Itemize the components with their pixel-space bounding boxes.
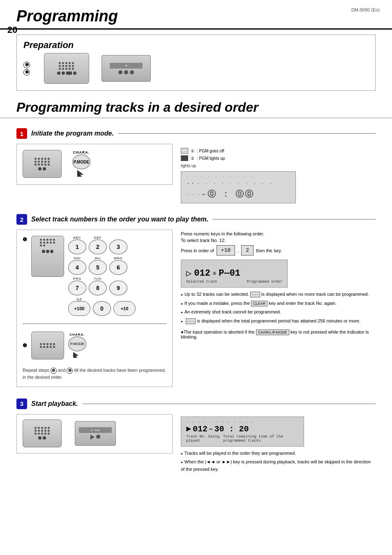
step2-content: ❶ (16, 230, 376, 387)
pgm-off-line: ① : PGM goes off (181, 148, 225, 154)
step1-content: CHARA. P.MODE ① : PGM g (16, 144, 376, 203)
key-6: 6 (109, 260, 127, 275)
remote-device-illus (44, 53, 89, 84)
pgm-status-area: ① : PGM goes off ② : PGM lights up (181, 146, 376, 161)
key-mno-label: MNO (114, 256, 123, 260)
step2-right: Press numeric keys in the following orde… (181, 230, 376, 339)
key-row-4: QZ +100 0 +10 (68, 297, 136, 316)
pgm-on-label: ② (191, 156, 194, 161)
key-qz-group: QZ +100 (68, 297, 90, 316)
key-3-spacer (118, 236, 119, 240)
step2-remote-extra-btns (42, 250, 53, 253)
step2-track-nums: ▷ 012 ≡ P—01 (186, 268, 282, 279)
key-tuv-label: TUV (94, 277, 102, 281)
step1-label: Initiate the program mode. (31, 130, 114, 137)
step3-bullet-1: Tracks will be played in the order they … (181, 450, 376, 457)
key-7: 7 (68, 281, 86, 295)
player-display-bar: ■ (110, 63, 143, 69)
key-3-group: 3 (109, 236, 127, 254)
step2-bullet-1: Up to 32 tracks can be selected. - - - i… (181, 291, 376, 298)
key-8: 8 (89, 281, 107, 295)
prep-title: Preparation (23, 40, 369, 51)
key-10-group: +10 (113, 297, 136, 316)
step2-remote (31, 236, 64, 277)
key-4: 4 (68, 260, 86, 275)
step1-left: CHARA. P.MODE (16, 144, 173, 185)
step1-header: 1 Initiate the program mode. (16, 128, 376, 140)
step3-illus-box: ► ●●● (16, 414, 173, 454)
page-number: 20 (7, 25, 17, 35)
then-the-text: then the (256, 248, 272, 253)
step1-divider (118, 133, 376, 134)
step3-remote (23, 419, 62, 447)
pmode-label: P.MODE (74, 160, 89, 164)
pmode-key-btn: P.MODE (72, 154, 90, 169)
step3-dash-sep: — (209, 426, 212, 432)
key-9: 9 (109, 281, 127, 295)
pgm-status-icons: ① : PGM goes off ② : PGM lights up (181, 148, 225, 161)
step2-bullet-3: An extremely shot track cannot be progra… (181, 309, 376, 316)
select-track-note: To select track No. 12: (181, 238, 376, 243)
step3-right: — — — — — — — — — — — — ► 012 — 30 : 20 … (181, 414, 376, 475)
step2-illus-box: ❶ (16, 230, 173, 387)
step1-remote-dots (35, 158, 50, 166)
key-prs-label: PRS (73, 277, 81, 281)
step2-circle2-section: ❷ CHARA. P.MODE (23, 332, 166, 359)
step3-track-012: 012 (193, 424, 208, 434)
step1-illus-box: CHARA. P.MODE (16, 144, 173, 185)
step3-bullet-2: When the |◄◄ or ►►| key is pressed durin… (181, 458, 376, 473)
key-0-spacer (101, 297, 102, 301)
step2-chara-label: CHARA. (69, 333, 85, 336)
step2-badge: 2 (16, 214, 27, 225)
key-jkl-label: JKL (95, 256, 101, 260)
step3-remote-dots (35, 427, 50, 435)
step2-bullet-2: If you made a mistake, press the CLEAR k… (181, 300, 376, 307)
step2-play-arrow: ▷ (186, 268, 191, 279)
key-10: +10 (113, 301, 136, 316)
step2-input-note: ●The input operation is aborted if the C… (181, 329, 376, 339)
step1-badge: 1 (16, 128, 27, 139)
key-abc-label: ABC (73, 236, 81, 240)
step2-remote-keypad: ABC 1 DEF 2 3 (31, 236, 136, 316)
step3-display-area: — — — — — — — — — — — — ► 012 — 30 : 20 … (181, 417, 304, 447)
track-playing-label: Track No. being played (186, 435, 223, 443)
key-ghi-label: GHI (74, 256, 81, 260)
step3-remote-btns (38, 436, 46, 440)
step2-mid-divider (23, 323, 166, 324)
total-remaining-label: Total remaining time of the programmed t… (223, 435, 299, 443)
key-0-group: 0 (93, 297, 111, 316)
step3-playback-nums: ► 012 — 30 : 20 (186, 424, 299, 434)
step3-time-display: 30 : 20 (214, 424, 249, 434)
step2-bullets: Up to 32 tracks can be selected. - - - i… (181, 291, 376, 325)
step3-bullets: Tracks will be played in the order they … (181, 450, 376, 473)
step3-divider (82, 403, 376, 404)
step2-remote-dots (40, 239, 55, 246)
pgm-on-indicator (181, 155, 188, 161)
key-2: 2 (89, 240, 107, 254)
step2-pmode-key: P.MODE (68, 336, 86, 351)
step2-remote2-dots (40, 343, 55, 348)
step3-label: Start playback. (31, 400, 78, 408)
step3-play-indicator: ► (186, 424, 191, 434)
step2-equals-sign: ≡ (213, 270, 216, 277)
prep-content: ❶ ❷ ■ (23, 53, 369, 84)
step3-player-display: ► ●●● (79, 427, 112, 433)
keypad-grid: ABC 1 DEF 2 3 (68, 236, 136, 316)
step2-remote2 (31, 332, 64, 359)
key-prs-group: PRS 7 (68, 277, 86, 295)
step1-remote-btns (38, 167, 46, 170)
key-9-group: 9 (109, 277, 127, 295)
step1-block: 1 Initiate the program mode. (0, 124, 392, 203)
remote-dot-grid (59, 62, 74, 70)
key-qz-label: QZ (76, 297, 82, 301)
step2-keypad-section: ❶ (23, 236, 166, 316)
key-tuv-group: TUV 8 (89, 277, 107, 295)
key-row-2: GHI 4 JKL 5 MNO 6 (68, 256, 136, 275)
chara-pmode-btn: CHARA. P.MODE (72, 150, 90, 177)
player-device-illus: ■ (101, 55, 151, 82)
step2-circle-2: ❷ (23, 343, 27, 348)
step2-chara-btn: CHARA. P.MODE (68, 333, 86, 359)
step2-pmode-label: P.MODE (70, 342, 84, 346)
pgm-on-text: : PGM lights up (197, 156, 225, 161)
key-row-3: PRS 7 TUV 8 9 (68, 277, 136, 295)
